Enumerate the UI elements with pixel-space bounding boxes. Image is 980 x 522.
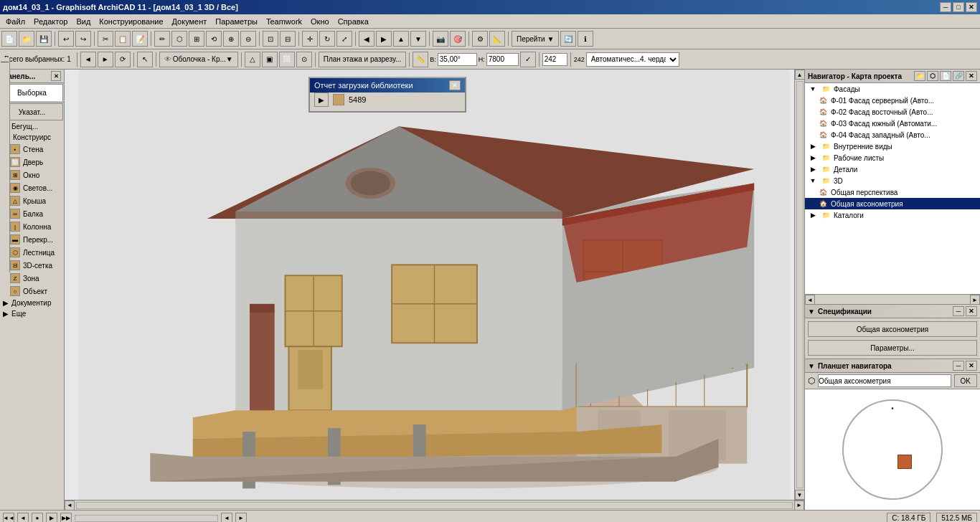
- tree-item-sheets[interactable]: ▶ 📁 Рабочие листы: [805, 152, 980, 163]
- redo-btn[interactable]: ↪: [75, 31, 91, 47]
- nav-map-ok-btn[interactable]: OK: [954, 374, 977, 387]
- undo-btn[interactable]: ↩: [58, 31, 74, 47]
- nav-map-close-btn[interactable]: ✕: [966, 361, 977, 371]
- nav-btn4[interactable]: 🔗: [953, 71, 964, 81]
- copy-btn[interactable]: 📋: [115, 31, 131, 47]
- tab-selection[interactable]: Выборка: [1, 84, 63, 101]
- new-btn[interactable]: 📄: [1, 31, 17, 47]
- nav-scroll-right[interactable]: ►: [970, 295, 980, 305]
- cut-btn[interactable]: ✂: [98, 31, 113, 47]
- tree-item-f02[interactable]: 🏠 Ф-02 Фасад восточный (Авто...: [805, 106, 980, 118]
- spec-params-btn[interactable]: Параметры...: [808, 340, 977, 356]
- status-btn1[interactable]: ◄◄: [3, 513, 14, 523]
- scroll-right-btn[interactable]: ►: [794, 500, 804, 511]
- nav-btn3[interactable]: 📄: [940, 71, 951, 81]
- info-btn[interactable]: ℹ: [578, 31, 593, 47]
- close-btn[interactable]: ✕: [966, 2, 977, 12]
- vertical-tab[interactable]: │: [1, 60, 9, 65]
- maximize-btn[interactable]: □: [953, 2, 964, 12]
- rotate-btn[interactable]: ↻: [319, 31, 335, 47]
- tree-item-f03[interactable]: 🏠 Ф-03 Фасад южный (Автомати...: [805, 118, 980, 129]
- move-btn[interactable]: ✛: [302, 31, 318, 47]
- section-docs[interactable]: ▶ Документир: [0, 298, 64, 308]
- status-btn4[interactable]: ▶: [46, 513, 57, 523]
- tab-pointer[interactable]: Указат...: [1, 103, 63, 120]
- plan-view-btn[interactable]: План этажа и разрезу...: [319, 52, 407, 67]
- status-btn5[interactable]: ▶▶: [60, 513, 72, 523]
- cam2-btn[interactable]: 🎯: [450, 31, 466, 47]
- zoom1-btn[interactable]: ⊕: [223, 31, 239, 47]
- menu-document[interactable]: Документ: [168, 16, 212, 27]
- sidebar-close-btn[interactable]: ✕: [51, 71, 61, 81]
- tree-item-facades[interactable]: ▼ 📁 Фасады: [805, 83, 980, 95]
- nav1-btn[interactable]: ◀: [359, 31, 374, 47]
- tree-item-details[interactable]: ▶ 📁 Детали: [805, 163, 980, 175]
- goto-btn[interactable]: Перейти ▼: [512, 31, 559, 47]
- nav-btn1[interactable]: 📁: [914, 71, 925, 81]
- t2-sq2[interactable]: ⬜: [279, 52, 295, 67]
- status-nav-left[interactable]: ◄: [221, 513, 232, 523]
- misc2-btn[interactable]: 📐: [489, 31, 505, 47]
- t2-sq1[interactable]: ▣: [262, 52, 278, 67]
- scale-btn[interactable]: ⤢: [336, 31, 352, 47]
- t2-apply[interactable]: ✓: [520, 52, 536, 67]
- spec-btn1[interactable]: ─: [953, 306, 964, 316]
- status-btn2[interactable]: ◄: [17, 513, 29, 523]
- snap-btn[interactable]: ⊡: [263, 31, 278, 47]
- floor-input[interactable]: [542, 53, 567, 66]
- paste-btn[interactable]: 📝: [132, 31, 148, 47]
- dialog-close-btn[interactable]: ✕: [449, 80, 461, 90]
- tree-item-f04[interactable]: 🏠 Ф-04 Фасад западный (Авто...: [805, 129, 980, 141]
- sidebar-item-object[interactable]: ○ Объект: [0, 285, 64, 298]
- grid-btn[interactable]: ⊟: [280, 31, 296, 47]
- menu-window[interactable]: Окно: [306, 16, 334, 27]
- minimize-btn[interactable]: ─: [940, 2, 951, 12]
- scroll-left-btn[interactable]: ◄: [65, 500, 75, 511]
- status-nav-right[interactable]: ►: [235, 513, 247, 523]
- misc1-btn[interactable]: ⚙: [472, 31, 488, 47]
- nav-scroll-left[interactable]: ◄: [805, 295, 815, 305]
- menu-teamwork[interactable]: Teamwork: [262, 16, 306, 27]
- draw2-btn[interactable]: ⬡: [171, 31, 187, 47]
- floor-select[interactable]: Автоматичес...4. чердак): [586, 52, 679, 67]
- play-pause-btn[interactable]: ▶: [314, 92, 329, 107]
- menu-editor[interactable]: Редактор: [29, 16, 72, 27]
- t2-next[interactable]: ►: [98, 52, 113, 67]
- open-btn[interactable]: 📁: [19, 31, 34, 47]
- t2-pointer[interactable]: ↖: [137, 52, 153, 67]
- tree-item-3d[interactable]: ▼ 📁 3D: [805, 175, 980, 186]
- t2-circle[interactable]: ⊙: [296, 52, 312, 67]
- menu-construct[interactable]: Конструирование: [95, 16, 167, 27]
- nav3-btn[interactable]: ▲: [393, 31, 409, 47]
- height-input[interactable]: [486, 53, 519, 66]
- t2-hat[interactable]: △: [245, 52, 260, 67]
- draw4-btn[interactable]: ⟲: [206, 31, 222, 47]
- viewport-3d[interactable]: Отчет загрузки библиотеки ✕ ▶ 5489 ◄ ► ▲…: [65, 70, 804, 510]
- menu-params[interactable]: Параметры: [211, 16, 262, 27]
- zoom2-btn[interactable]: ⊖: [240, 31, 256, 47]
- angle-input[interactable]: [438, 53, 477, 66]
- tree-item-catalogs[interactable]: ▶ 📁 Каталоги: [805, 209, 980, 221]
- section-more[interactable]: ▶ Еще: [0, 308, 64, 319]
- h-scroll-track[interactable]: [76, 502, 793, 509]
- menu-view[interactable]: Вид: [72, 16, 95, 27]
- tree-item-interiors[interactable]: ▶ 📁 Внутренние виды: [805, 141, 980, 152]
- nav-scroll-track[interactable]: [815, 295, 970, 304]
- surface-dropdown[interactable]: 👁 Оболочка - Кр... ▼: [159, 52, 238, 67]
- nav-btn2[interactable]: ⬡: [927, 71, 938, 81]
- tree-item-perspective[interactable]: 🏠 Общая перспектива: [805, 186, 980, 198]
- status-progress-track[interactable]: [75, 515, 218, 522]
- nav4-btn[interactable]: ▼: [410, 31, 426, 47]
- menu-help[interactable]: Справка: [334, 16, 373, 27]
- status-btn3[interactable]: ●: [32, 513, 43, 523]
- nav2-btn[interactable]: ▶: [376, 31, 392, 47]
- spec-axo-btn[interactable]: Общая аксонометрия: [808, 321, 977, 337]
- tree-item-f01[interactable]: 🏠 Ф-01 Фасад серверный (Авто...: [805, 95, 980, 106]
- scroll-up-btn[interactable]: ▲: [795, 70, 805, 80]
- nav-map-min-btn[interactable]: ─: [953, 361, 964, 371]
- sidebar-item-zone[interactable]: Z Зона: [0, 272, 64, 285]
- menu-file[interactable]: Файл: [1, 16, 29, 27]
- spec-close-btn[interactable]: ✕: [966, 306, 977, 316]
- t2-refresh[interactable]: ⟳: [115, 52, 131, 67]
- v-scroll-track[interactable]: [796, 81, 804, 488]
